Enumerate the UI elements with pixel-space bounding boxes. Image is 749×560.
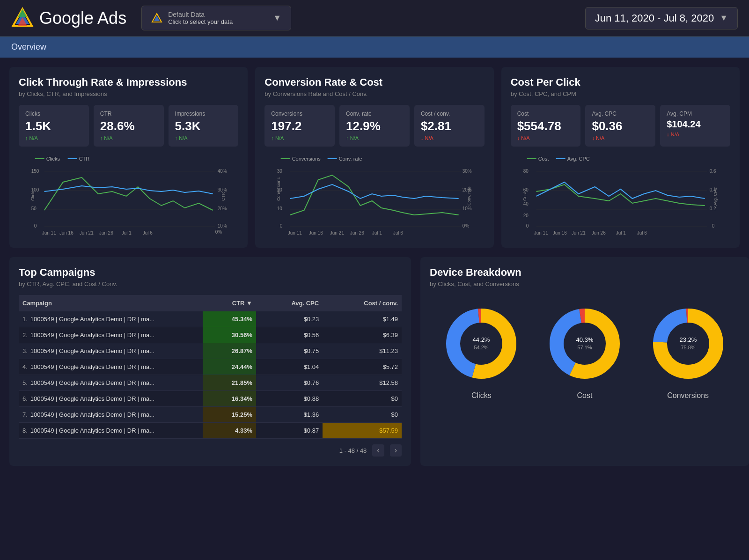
conv-rate-value: 12.9%	[346, 119, 403, 133]
cost-label: Cost	[517, 111, 574, 117]
impressions-value: 5.3K	[175, 119, 232, 133]
app-title: Google Ads	[39, 8, 126, 28]
svg-text:Jul 6: Jul 6	[637, 230, 647, 236]
cost-donut-container: 40.3% 57.1% Cost	[543, 302, 627, 400]
data-selector-icon	[151, 13, 162, 24]
donut-charts: 44.2% 54.2% Clicks	[430, 302, 740, 400]
ctr-cell: 26.87%	[203, 343, 256, 359]
avg-cpm-value: $104.24	[667, 119, 724, 130]
cost-conv-change: N/A	[421, 135, 478, 141]
conversions-donut-container: 23.2% 75.8% Conversions	[646, 302, 730, 400]
ctr-cell: 4.33%	[203, 423, 256, 439]
svg-text:150: 150	[31, 169, 39, 174]
cost-conv-cell: $0	[323, 407, 402, 423]
ctr-card: CTR 28.6% N/A	[94, 105, 164, 147]
svg-text:10%: 10%	[218, 223, 227, 228]
date-range-chevron-icon: ▼	[720, 13, 728, 23]
avg-cpc-change: N/A	[592, 135, 649, 141]
ctr-impressions-title: Click Through Rate & Impressions	[19, 76, 238, 88]
svg-text:0.2: 0.2	[709, 206, 716, 211]
svg-text:Avg. CPC: Avg. CPC	[712, 187, 717, 206]
campaign-name-cell: 3.1000549 | Google Analytics Demo | DR |…	[19, 343, 203, 359]
data-selector-chevron-icon: ▼	[273, 13, 281, 23]
svg-point-98	[668, 323, 709, 364]
svg-text:Jul 6: Jul 6	[143, 230, 153, 236]
cost-card: Cost $554.78 N/A	[511, 105, 581, 147]
svg-text:Jun 21: Jun 21	[571, 230, 585, 236]
date-range-selector[interactable]: Jun 11, 2020 - Jul 8, 2020 ▼	[585, 7, 738, 29]
svg-text:75.8%: 75.8%	[681, 345, 695, 350]
svg-text:Jun 11: Jun 11	[42, 230, 56, 236]
svg-text:Jun 16: Jun 16	[552, 230, 566, 236]
avg-cpm-label: Avg. CPM	[667, 111, 724, 117]
bottom-sections: Top Campaigns by CTR, Avg. CPC, and Cost…	[9, 257, 740, 466]
conversions-donut-label: Conversions	[667, 391, 709, 400]
data-selector-subtitle: Click to select your data	[168, 18, 267, 25]
pagination-text: 1 - 48 / 48	[339, 447, 367, 454]
logo-area: Google Ads	[11, 7, 126, 29]
avg-cpc-label: Avg. CPC	[592, 111, 649, 117]
avg-cpm-change: N/A	[667, 132, 724, 137]
cost-change: N/A	[517, 135, 574, 141]
svg-text:10%: 10%	[463, 206, 472, 211]
svg-text:57.1%: 57.1%	[577, 345, 592, 350]
device-sub: by Clicks, Cost, and Conversions	[430, 280, 740, 287]
svg-text:0%: 0%	[463, 223, 470, 228]
avg-cpc-col-header: Avg. CPC	[256, 295, 323, 311]
svg-text:40: 40	[523, 201, 529, 206]
svg-text:50: 50	[31, 206, 37, 211]
campaigns-section: Top Campaigns by CTR, Avg. CPC, and Cost…	[9, 257, 411, 466]
conversions-donut-chart: 23.2% 75.8%	[646, 302, 730, 386]
prev-page-button[interactable]: ‹	[372, 444, 384, 457]
avg-cpc-cell: $0.87	[256, 423, 323, 439]
cpc-metric-cards: Cost $554.78 N/A Avg. CPC $0.36 N/A Avg.…	[511, 105, 730, 147]
date-range-text: Jun 11, 2020 - Jul 8, 2020	[595, 12, 714, 24]
cost-conv-cell: $6.39	[323, 327, 402, 343]
ctr-cell: 16.34%	[203, 391, 256, 407]
pagination: 1 - 48 / 48 ‹ ›	[19, 444, 402, 457]
svg-text:0: 0	[526, 223, 529, 228]
campaign-name-cell: 7.1000549 | Google Analytics Demo | DR |…	[19, 407, 203, 423]
campaigns-header: Top Campaigns by CTR, Avg. CPC, and Cost…	[19, 266, 402, 287]
svg-text:30: 30	[277, 169, 283, 174]
cost-chart: Cost Avg. CPC 80 60 40 20 0 0.6 0.4 0.2 …	[511, 154, 730, 238]
nav-overview-label[interactable]: Overview	[11, 42, 46, 52]
conv-rate-change: N/A	[346, 135, 403, 141]
svg-text:Jun 26: Jun 26	[591, 230, 605, 236]
svg-point-91	[564, 323, 605, 364]
ctr-col-header[interactable]: CTR ▼	[203, 295, 256, 311]
ctr-change: N/A	[100, 135, 157, 141]
cost-conv-cell: $11.23	[323, 343, 402, 359]
svg-text:40.3%: 40.3%	[576, 336, 594, 343]
svg-text:20: 20	[523, 213, 529, 218]
campaign-name-cell: 1.1000549 | Google Analytics Demo | DR |…	[19, 311, 203, 327]
svg-text:0: 0	[280, 223, 283, 228]
conversion-metric-cards: Conversions 197.2 N/A Conv. rate 12.9% N…	[264, 105, 484, 147]
svg-text:Jun 21: Jun 21	[80, 230, 94, 236]
clicks-value: 1.5K	[25, 119, 82, 133]
svg-text:44.2%: 44.2%	[473, 336, 490, 343]
campaign-table: Campaign CTR ▼ Avg. CPC Cost / conv. 1.1…	[19, 295, 402, 439]
impressions-card: Impressions 5.3K N/A	[169, 105, 239, 147]
next-page-button[interactable]: ›	[390, 444, 402, 457]
data-selector[interactable]: Default Data Click to select your data ▼	[141, 6, 291, 30]
impressions-label: Impressions	[175, 111, 232, 117]
cost-conv-cell: $5.72	[323, 359, 402, 375]
svg-text:10: 10	[277, 206, 283, 211]
avg-cpc-cell: $0.23	[256, 311, 323, 327]
clicks-donut-chart: 44.2% 54.2%	[439, 302, 523, 386]
svg-text:CTR: CTR	[221, 192, 226, 201]
impressions-change: N/A	[175, 135, 232, 141]
ctr-cell: 15.25%	[203, 407, 256, 423]
campaign-name-cell: 6.1000549 | Google Analytics Demo | DR |…	[19, 391, 203, 407]
main-content: Click Through Rate & Impressions by Clic…	[0, 58, 749, 475]
svg-text:0: 0	[34, 223, 37, 228]
cost-conv-col-header: Cost / conv.	[323, 295, 402, 311]
ctr-impressions-sub: by Clicks, CTR, and Impressions	[19, 90, 238, 97]
data-selector-title: Default Data	[168, 11, 267, 18]
table-row: 2.1000549 | Google Analytics Demo | DR |…	[19, 327, 402, 343]
campaign-col-header: Campaign	[19, 295, 203, 311]
svg-text:0.6: 0.6	[709, 169, 716, 174]
svg-text:30%: 30%	[218, 187, 227, 192]
campaigns-title: Top Campaigns	[19, 266, 402, 279]
